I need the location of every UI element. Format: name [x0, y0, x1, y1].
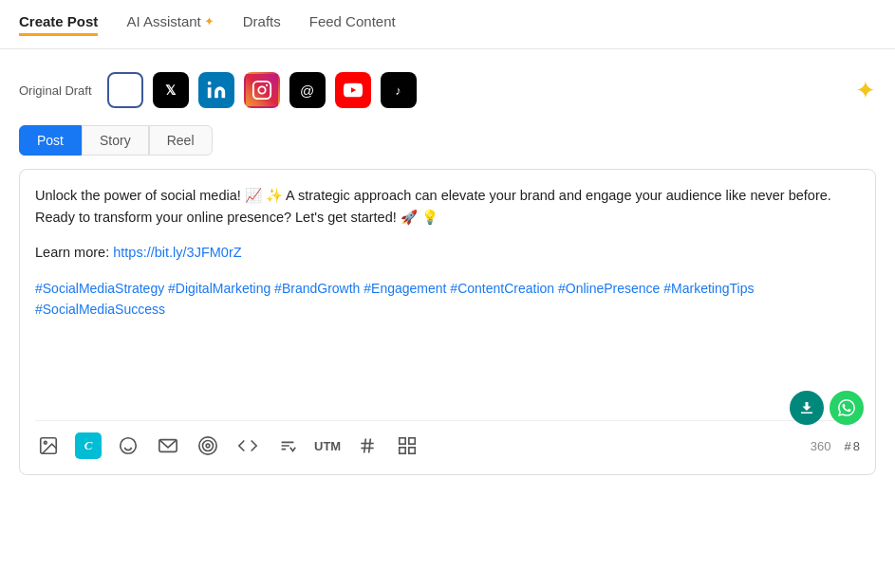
- toolbar-utm-button[interactable]: UTM: [314, 439, 341, 453]
- svg-rect-17: [409, 438, 415, 444]
- svg-rect-18: [400, 448, 405, 453]
- platform-linkedin[interactable]: [198, 72, 234, 108]
- editor-content[interactable]: Unlock the power of social media! 📈 ✨ A …: [35, 185, 860, 413]
- svg-point-0: [207, 82, 211, 85]
- platform-threads[interactable]: @: [289, 72, 326, 108]
- svg-rect-1: [252, 82, 270, 99]
- editor-learn-more: Learn more: https://bit.ly/3JFM0rZ: [35, 242, 860, 264]
- toolbar-goal-icon[interactable]: [195, 432, 221, 459]
- svg-rect-16: [400, 438, 405, 444]
- toolbar-translate-icon[interactable]: [274, 432, 301, 459]
- svg-point-6: [44, 441, 47, 444]
- toolbar-code-icon[interactable]: [234, 432, 261, 459]
- tab-reel[interactable]: Reel: [149, 125, 213, 156]
- toolbar-mention-icon[interactable]: [155, 432, 181, 459]
- nav-create-post[interactable]: Create Post: [19, 13, 98, 36]
- hash-count: # 8: [845, 439, 860, 453]
- editor-paragraph1: Unlock the power of social media! 📈 ✨ A …: [35, 185, 860, 229]
- original-draft-label: Original Draft: [19, 83, 92, 98]
- svg-point-11: [206, 444, 210, 448]
- platform-facebook[interactable]: [107, 72, 143, 108]
- magic-star-icon[interactable]: ✦: [855, 76, 876, 105]
- tab-post[interactable]: Post: [19, 125, 82, 156]
- svg-point-3: [266, 84, 268, 86]
- hash-number: 8: [853, 439, 860, 453]
- svg-point-10: [203, 441, 214, 451]
- nav-ai-assistant[interactable]: AI Assistant ✦: [126, 13, 214, 36]
- char-count: 360: [811, 439, 831, 453]
- editor-box: Unlock the power of social media! 📈 ✨ A …: [19, 169, 876, 475]
- platform-twitter[interactable]: 𝕏: [153, 72, 189, 108]
- svg-rect-19: [409, 448, 415, 453]
- svg-line-15: [369, 439, 371, 453]
- platform-youtube[interactable]: [335, 72, 371, 108]
- post-type-tabs: Post Story Reel: [19, 125, 876, 156]
- svg-line-14: [364, 439, 366, 453]
- ai-star-icon: ✦: [204, 14, 214, 28]
- top-navigation: Create Post AI Assistant ✦ Drafts Feed C…: [0, 0, 895, 49]
- toolbar-media-icon[interactable]: [35, 432, 62, 459]
- content-area: Original Draft 𝕏: [0, 49, 895, 475]
- toolbar-emoji-icon[interactable]: [115, 432, 141, 459]
- svg-point-2: [258, 86, 265, 93]
- svg-point-9: [199, 437, 216, 454]
- overlay-icon-whatsapp[interactable]: [830, 391, 864, 425]
- platform-row: Original Draft 𝕏: [19, 72, 876, 108]
- hash-symbol: #: [845, 439, 851, 453]
- overlay-icon-download[interactable]: [790, 391, 824, 425]
- nav-drafts[interactable]: Drafts: [243, 13, 281, 36]
- tab-story[interactable]: Story: [82, 125, 149, 156]
- platform-instagram[interactable]: [244, 72, 280, 108]
- toolbar-layout-icon[interactable]: [394, 432, 420, 459]
- nav-feed-content[interactable]: Feed Content: [309, 13, 396, 36]
- editor-overlays: [790, 391, 864, 425]
- svg-point-7: [121, 438, 137, 454]
- editor-toolbar: C: [35, 420, 860, 459]
- editor-link[interactable]: https://bit.ly/3JFM0rZ: [113, 245, 241, 260]
- editor-hashtags: #SocialMediaStrategy #DigitalMarketing #…: [35, 278, 860, 321]
- platform-tiktok[interactable]: ♪: [381, 72, 417, 108]
- toolbar-hashtag-icon[interactable]: [354, 432, 381, 459]
- toolbar-canva-icon[interactable]: C: [75, 432, 102, 459]
